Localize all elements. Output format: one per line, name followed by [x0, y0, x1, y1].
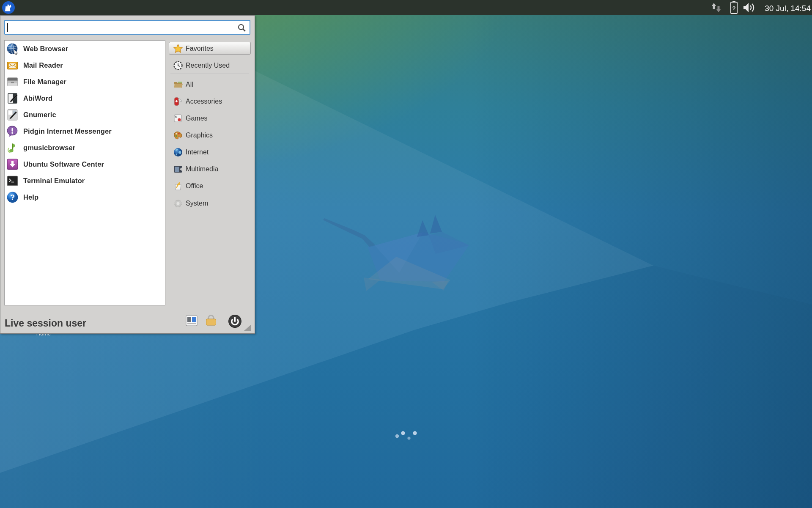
- svg-text:?: ?: [732, 5, 736, 11]
- svg-text:?: ?: [10, 193, 15, 202]
